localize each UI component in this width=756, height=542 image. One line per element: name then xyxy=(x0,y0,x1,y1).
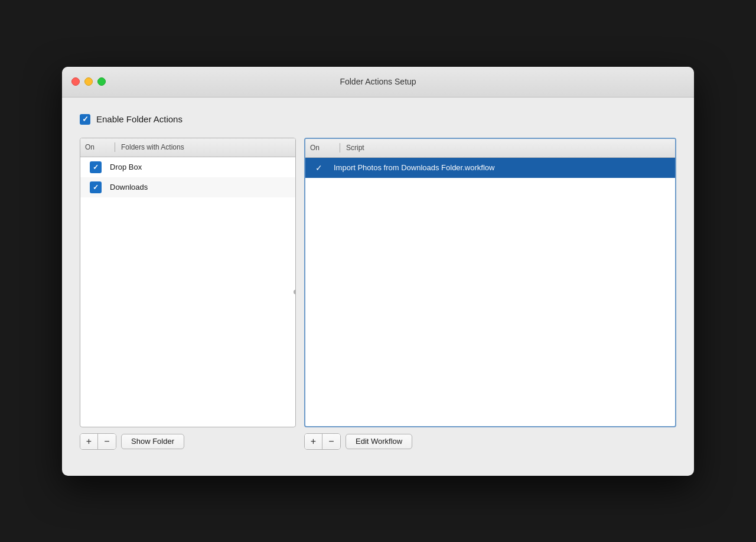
window-content: Enable Folder Actions On Folders with Ac… xyxy=(62,98,694,476)
left-remove-button[interactable]: − xyxy=(98,434,116,449)
window-title: Folder Actions Setup xyxy=(340,77,416,86)
panels-row: On Folders with Actions Drop Box D xyxy=(80,138,676,450)
folders-header-on: On xyxy=(85,143,115,151)
edit-workflow-button[interactable]: Edit Workflow xyxy=(346,434,412,449)
enable-folder-actions-checkbox[interactable] xyxy=(80,114,90,125)
left-add-remove-group: + − xyxy=(80,433,116,450)
titlebar: Folder Actions Setup xyxy=(62,67,694,98)
close-button[interactable] xyxy=(71,77,80,86)
script-row-label-1: Import Photos from Downloads Folder.work… xyxy=(334,163,494,172)
maximize-button[interactable] xyxy=(97,77,106,86)
folders-header-divider xyxy=(115,142,115,152)
enable-folder-actions-label: Enable Folder Actions xyxy=(96,114,183,124)
right-remove-button[interactable]: − xyxy=(322,434,340,449)
folders-table-body: Drop Box Downloads xyxy=(80,157,295,427)
left-add-button[interactable]: + xyxy=(80,434,98,449)
scripts-table-body: ✓ Import Photos from Downloads Folder.wo… xyxy=(305,158,675,426)
row-checkbox-2[interactable] xyxy=(90,181,102,193)
right-panel-section: On Script ✓ Import Photos from Downloads… xyxy=(304,138,676,450)
minimize-button[interactable] xyxy=(84,77,93,86)
left-buttons-row: + − Show Folder xyxy=(80,433,296,450)
scripts-table-header: On Script xyxy=(305,139,675,158)
table-row[interactable]: Drop Box xyxy=(80,157,295,177)
right-add-button[interactable]: + xyxy=(305,434,322,449)
table-row[interactable]: Downloads xyxy=(80,177,295,197)
scripts-header-divider xyxy=(340,143,340,152)
right-add-remove-group: + − xyxy=(304,433,341,450)
main-window: Folder Actions Setup Enable Folder Actio… xyxy=(62,67,694,476)
folders-table-header: On Folders with Actions xyxy=(80,138,295,157)
folders-table: On Folders with Actions Drop Box D xyxy=(80,138,296,427)
traffic-lights xyxy=(71,77,106,86)
left-panel-wrapper: On Folders with Actions Drop Box D xyxy=(80,138,296,427)
row-label-1: Drop Box xyxy=(110,163,142,171)
row-checkmark-1: ✓ xyxy=(310,163,328,173)
right-buttons-row: + − Edit Workflow xyxy=(304,433,676,450)
panel-splitter[interactable] xyxy=(294,290,295,294)
folders-header-label: Folders with Actions xyxy=(121,143,184,151)
scripts-header-on: On xyxy=(310,144,340,152)
table-row[interactable]: ✓ Import Photos from Downloads Folder.wo… xyxy=(305,158,675,178)
left-panel-section: On Folders with Actions Drop Box D xyxy=(80,138,296,450)
scripts-table: On Script ✓ Import Photos from Downloads… xyxy=(304,138,676,427)
show-folder-button[interactable]: Show Folder xyxy=(121,434,184,449)
enable-row: Enable Folder Actions xyxy=(80,114,676,125)
row-label-2: Downloads xyxy=(110,183,148,192)
row-checkbox-1[interactable] xyxy=(90,161,102,173)
scripts-header-label: Script xyxy=(346,144,364,152)
